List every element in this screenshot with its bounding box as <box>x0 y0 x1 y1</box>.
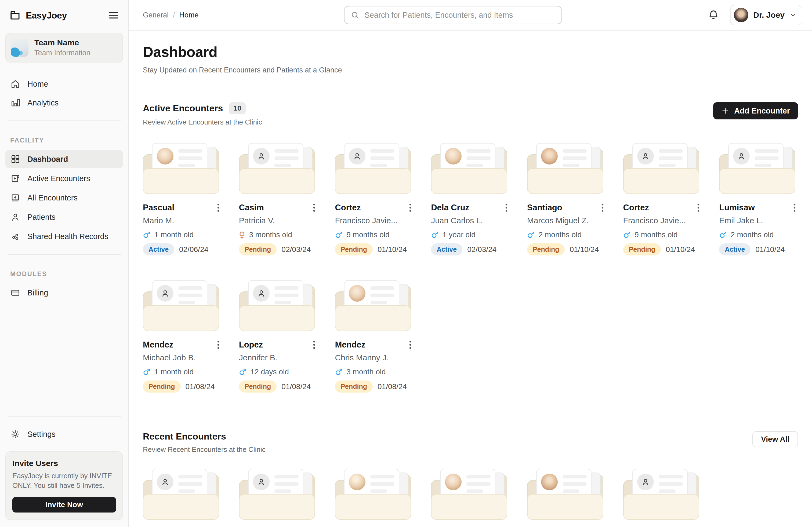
hamburger-icon[interactable] <box>109 12 118 19</box>
encounter-card[interactable]: Fernandez Camille Grace U. <box>335 469 414 527</box>
kebab-menu-icon[interactable] <box>215 202 222 213</box>
sidebar-item-billing[interactable]: Billing <box>5 284 123 302</box>
active-encounters-count-badge: 10 <box>229 102 246 114</box>
encounter-card[interactable]: Casim Patricia V. ♀ 3 months old Pending… <box>239 143 318 255</box>
status-badge: Pending <box>143 380 181 393</box>
encounter-card[interactable]: Cortez Francisco Javie... ♂ 9 months old… <box>335 143 414 255</box>
patient-last-name: Lopez <box>239 340 263 350</box>
kebab-menu-icon[interactable] <box>407 202 414 213</box>
patient-first-name: Patricia V. <box>239 216 318 225</box>
sidebar-item-settings[interactable]: Settings <box>5 425 123 443</box>
patient-age: 2 months old <box>731 230 773 239</box>
patient-age: 12 days old <box>250 367 289 376</box>
person-placeholder-icon <box>352 152 362 161</box>
kebab-menu-icon[interactable] <box>599 202 606 213</box>
sidebar-item-label: Active Encounters <box>27 174 90 183</box>
encounter-card[interactable]: Lopez Jennifer B. ♂ 12 days old Pending … <box>239 280 318 393</box>
encounter-card[interactable]: Mendez Chris Manny J. ♂ 3 month old Pend… <box>335 280 414 393</box>
folder-front <box>143 494 219 520</box>
encounter-date: 02/06/24 <box>179 245 208 254</box>
user-name: Dr. Joey <box>753 11 785 19</box>
status-badge: Pending <box>335 243 373 255</box>
home-icon <box>10 79 20 89</box>
view-all-button[interactable]: View All <box>752 431 798 447</box>
sidebar-item-label: All Encounters <box>27 194 77 202</box>
team-card[interactable]: Team Name Team Information <box>5 33 123 62</box>
billing-icon <box>10 288 20 298</box>
topbar: General / Home Dr. Joey <box>129 0 812 31</box>
kebab-menu-icon[interactable] <box>311 202 318 213</box>
invite-now-button[interactable]: Invite Now <box>12 497 116 512</box>
status-badge: Pending <box>623 243 661 255</box>
patient-avatar <box>349 148 365 165</box>
kebab-menu-icon[interactable] <box>791 202 798 213</box>
sidebar-item-patients[interactable]: Patients <box>5 208 123 226</box>
encounter-card[interactable]: Lumisaw Emil Jake L. ♂ 2 months old Acti… <box>719 143 798 255</box>
age-row: ♂ 9 months old <box>623 230 702 239</box>
team-subtitle: Team Information <box>34 49 90 57</box>
kebab-menu-icon[interactable] <box>311 339 318 350</box>
patient-avatar <box>349 473 365 490</box>
sidebar-item-dashboard[interactable]: Dashboard <box>5 150 123 168</box>
team-name: Team Name <box>34 38 90 47</box>
patient-folder-illustration <box>527 143 606 194</box>
sidebar-item-shared-health-records[interactable]: Shared Health Records <box>5 227 123 245</box>
patient-age: 9 months old <box>635 230 678 239</box>
sidebar-item-active-encounters[interactable]: Active Encounters <box>5 169 123 187</box>
encounter-card[interactable]: Mendoza Rafael Andres M. <box>431 469 510 527</box>
sidebar-item-all-encounters[interactable]: All Encounters <box>5 189 123 207</box>
add-encounter-button[interactable]: Add Encounter <box>713 102 798 119</box>
person-placeholder-icon <box>161 289 170 298</box>
breadcrumb-root[interactable]: General <box>143 11 169 19</box>
encounter-card[interactable]: Reyes Miguel Angelo F. <box>527 469 606 527</box>
invite-title: Invite Users <box>12 459 116 468</box>
status-row: Pending 01/08/24 <box>335 380 414 393</box>
search-input[interactable] <box>364 11 555 19</box>
kebab-menu-icon[interactable] <box>503 202 510 213</box>
bell-icon[interactable] <box>708 9 719 21</box>
person-placeholder-icon <box>641 477 650 486</box>
kebab-menu-icon[interactable] <box>695 202 702 213</box>
user-menu[interactable]: Dr. Joey <box>730 5 802 25</box>
folder-front <box>623 168 699 194</box>
encounter-card[interactable]: Chavez Maria Isabel R. <box>239 469 318 527</box>
encounter-date: 02/03/24 <box>467 245 496 254</box>
patient-first-name: Juan Carlos L. <box>431 216 510 225</box>
kebab-menu-icon[interactable] <box>407 339 414 350</box>
encounter-card[interactable]: Pascual Mario M. ♂ 1 month old Active 02… <box>143 143 222 255</box>
breadcrumb: General / Home <box>143 11 199 19</box>
patient-last-name: Mendez <box>143 340 173 350</box>
encounter-card[interactable]: Santiago Marcos Miguel Z. ♂ 2 months old… <box>527 143 606 255</box>
patient-avatar <box>253 148 270 165</box>
patient-folder-illustration <box>623 469 702 520</box>
encounter-card[interactable]: Salazar Carlo Antonio C. <box>143 469 222 527</box>
gender-icon: ♂ <box>143 231 150 239</box>
encounter-card[interactable]: Mendez Michael Job B. ♂ 1 month old Pend… <box>143 280 222 393</box>
patient-avatar <box>541 148 558 165</box>
person-placeholder-icon <box>257 152 266 161</box>
status-badge: Pending <box>335 380 373 393</box>
patient-avatar <box>445 148 462 165</box>
folder-front <box>239 305 315 331</box>
patient-folder-illustration <box>335 280 414 331</box>
status-row: Pending 01/10/24 <box>527 243 606 255</box>
patient-folder-illustration <box>239 469 318 520</box>
kebab-menu-icon[interactable] <box>215 339 222 350</box>
encounter-card[interactable]: Cortez Francisco Javie... ♂ 9 months old… <box>623 143 702 255</box>
search-icon <box>350 11 360 19</box>
encounter-card[interactable]: Yap John A. <box>623 469 702 527</box>
patient-folder-illustration <box>239 280 318 331</box>
sidebar-item-label: Dashboard <box>27 155 68 164</box>
patient-avatar <box>157 148 173 165</box>
search-bar[interactable] <box>344 6 562 24</box>
sidebar-item-home[interactable]: Home <box>5 75 123 93</box>
status-row: Pending 01/08/24 <box>143 380 222 393</box>
patient-age: 3 month old <box>346 367 386 376</box>
sidebar-item-analytics[interactable]: Analytics <box>5 94 123 112</box>
page-title: Dashboard <box>143 44 798 60</box>
patient-folder-illustration <box>335 143 414 194</box>
gender-icon: ♂ <box>239 368 246 376</box>
patient-age: 2 months old <box>539 230 582 239</box>
patient-first-name: Marcos Miguel Z. <box>527 216 606 225</box>
encounter-card[interactable]: Dela Cruz Juan Carlos L. ♂ 1 year old Ac… <box>431 143 510 255</box>
